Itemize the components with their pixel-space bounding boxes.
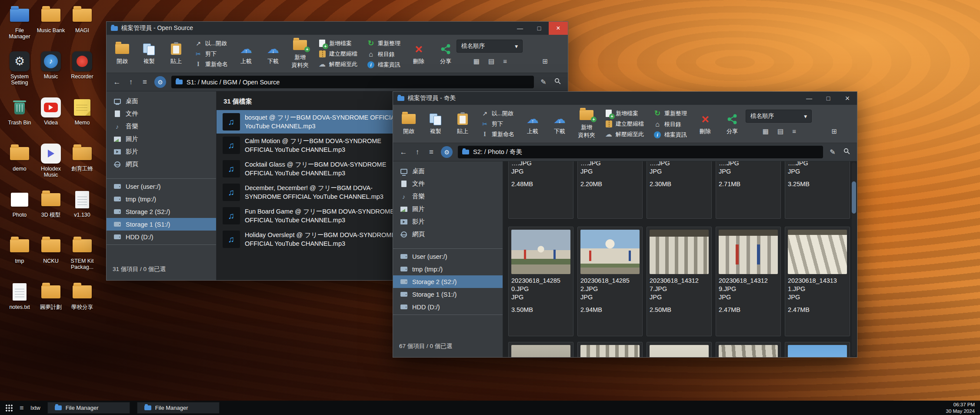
sidebar-item-videos[interactable]: 影片 [107, 145, 216, 158]
settings-gear-button[interactable]: ⚙ [441, 146, 453, 158]
file-cell[interactable]: ….JPGJPG3.25MB [785, 161, 850, 219]
desktop-icon-v1130[interactable]: v1.130 [67, 190, 97, 236]
desktop-icon-recorder[interactable]: Recorder [67, 51, 97, 97]
scrollbar-thumb[interactable] [852, 181, 856, 214]
sidebar-item-storage2-drive[interactable]: Storage 2 (S2:/) [393, 275, 503, 288]
file-cell[interactable] [577, 342, 643, 357]
app-launcher-icon[interactable] [5, 404, 13, 412]
new-file-button[interactable]: +新增檔案 [605, 110, 644, 117]
desktop-icon-music-bank[interactable]: Music Bank [36, 5, 66, 51]
desktop-icon-tmp[interactable]: tmp [4, 236, 35, 282]
desktop-icon-ncku[interactable]: NCKU [36, 236, 66, 282]
new-folder-button[interactable]: +新增資料夾 [578, 109, 595, 139]
minimize-button[interactable]: — [510, 22, 530, 35]
sidebar-item-web[interactable]: 網頁 [393, 228, 503, 241]
file-cell[interactable]: 20230618_143131.JPGJPG2.47MB [785, 227, 850, 336]
file-cell[interactable]: ….JPGJPG2.20MB [577, 161, 643, 219]
search-button[interactable] [553, 77, 562, 87]
edit-path-button[interactable]: ✎ [828, 148, 837, 156]
titlebar[interactable]: 檔案管理員 - 奇美 — □ × [393, 92, 857, 105]
menu-button[interactable]: ≡ [427, 148, 436, 157]
open-with-button[interactable]: ↗以...開啟 [481, 110, 514, 117]
sidebar-item-tmp-drive[interactable]: tmp (tmp:/) [107, 193, 216, 205]
rename-button[interactable]: I重新命名 [194, 60, 228, 68]
extract-here-button[interactable]: ☁解壓縮至此 [318, 60, 357, 68]
file-info-button[interactable]: i檔案資訊 [367, 61, 400, 69]
paste-button[interactable]: 貼上 [167, 43, 185, 65]
download-button[interactable]: ☁↓下載 [264, 43, 282, 65]
titlebar[interactable]: 檔案管理員 - Open Source — □ × [107, 22, 568, 35]
refresh-button[interactable]: ↻重新整理 [653, 109, 687, 118]
taskbar-menu-icon[interactable]: ≡ [20, 404, 23, 412]
minimize-button[interactable]: — [800, 92, 819, 105]
copy-button[interactable]: 複製 [140, 43, 158, 65]
desktop-icon-file-manager[interactable]: File Manager [4, 5, 35, 51]
desktop-icon-music[interactable]: ♪Music [36, 51, 66, 97]
desktop-icon-holodex-music[interactable]: Holodex Music [36, 144, 66, 190]
view-columns-button[interactable]: ⊞ [542, 57, 548, 65]
cut-button[interactable]: ✂剪下 [481, 120, 514, 128]
sidebar-item-desktop[interactable]: 桌面 [393, 165, 503, 177]
desktop-icon-magi[interactable]: MAGI [67, 5, 97, 51]
view-grid-button[interactable]: ▦ [473, 57, 480, 65]
desktop-icon-demo[interactable]: demo [4, 144, 35, 190]
view-columns-button[interactable]: ⊞ [831, 127, 837, 135]
sidebar-item-music[interactable]: ♪音樂 [107, 120, 216, 133]
desktop-icon-school-share[interactable]: 學校分享 [67, 282, 97, 328]
sidebar-item-storage1-drive[interactable]: Storage 1 (S1:/) [393, 288, 503, 301]
sidebar-item-web[interactable]: 網頁 [107, 158, 216, 171]
new-file-button[interactable]: +新增檔案 [318, 40, 357, 47]
open-button[interactable]: 開啟 [113, 43, 131, 65]
extract-here-button[interactable]: ☁解壓縮至此 [605, 131, 644, 138]
input-method-indicator[interactable]: lxtw [30, 405, 40, 411]
up-button[interactable]: ↑ [127, 78, 135, 87]
upload-button[interactable]: ☁↑上載 [237, 43, 255, 65]
taskbar-app-file-manager-2[interactable]: File Manager [137, 402, 220, 414]
file-cell[interactable] [647, 342, 712, 357]
share-button[interactable]: 分享 [437, 43, 454, 65]
file-cell[interactable]: 20230618_142850.JPGJPG3.50MB [508, 227, 573, 336]
file-cell[interactable] [716, 342, 781, 357]
scrollbar[interactable] [852, 162, 856, 356]
desktop-icon-notes-txt[interactable]: notes.txt [4, 282, 35, 328]
open-button[interactable]: 開啟 [400, 113, 417, 135]
desktop-icon-videa[interactable]: Videa [36, 97, 66, 144]
file-cell[interactable] [785, 342, 850, 357]
file-cell[interactable]: 20230618_142852.JPGJPG2.94MB [577, 227, 643, 336]
edit-path-button[interactable]: ✎ [539, 78, 548, 86]
root-button[interactable]: ⌂根目錄 [367, 50, 400, 58]
sidebar-item-videos[interactable]: 影片 [393, 215, 503, 228]
new-folder-button[interactable]: +新增資料夾 [291, 39, 309, 69]
upload-button[interactable]: ☁↑上載 [524, 113, 541, 135]
view-grid-button[interactable]: ▦ [763, 127, 769, 135]
root-button[interactable]: ⌂根目錄 [653, 120, 687, 128]
desktop-icon-photo[interactable]: Photo [4, 190, 35, 236]
sidebar-item-user-drive[interactable]: User (user:/) [393, 250, 503, 263]
close-button[interactable]: × [838, 92, 857, 105]
up-button[interactable]: ↑ [413, 148, 422, 157]
refresh-button[interactable]: ↻重新整理 [367, 39, 400, 48]
create-archive-button[interactable]: 建立壓縮檔 [605, 120, 644, 128]
cut-button[interactable]: ✂剪下 [194, 50, 228, 58]
view-list-button[interactable]: ▤ [488, 57, 494, 65]
sidebar-item-pictures[interactable]: 圖片 [107, 133, 216, 145]
path-input[interactable]: S1: / Music / BGM / Open Source [171, 76, 534, 88]
create-archive-button[interactable]: 建立壓縮檔 [318, 50, 357, 58]
maximize-button[interactable]: □ [530, 22, 549, 35]
file-cell[interactable]: 20230618_143127.JPGJPG2.50MB [647, 227, 712, 336]
sort-dropdown[interactable]: 檔名順序▾ [746, 110, 812, 123]
file-cell[interactable]: 20230618_143129.JPGJPG2.47MB [716, 227, 781, 336]
sidebar-item-hdd-drive[interactable]: HDD (D:/) [393, 301, 503, 313]
desktop-icon-dream-plan[interactable]: 圓夢計劃 [36, 282, 66, 328]
desktop-icon-system-setting[interactable]: ⚙System Setting [4, 51, 35, 97]
file-info-button[interactable]: i檔案資訊 [653, 131, 687, 139]
close-button[interactable]: × [549, 22, 568, 35]
sidebar-item-documents[interactable]: 文件 [393, 177, 503, 190]
download-button[interactable]: ☁↓下載 [551, 113, 568, 135]
back-button[interactable]: ← [113, 78, 121, 87]
search-button[interactable] [842, 147, 851, 157]
maximize-button[interactable]: □ [819, 92, 838, 105]
clock[interactable]: 06:37 PM 30 May 2024 [946, 402, 975, 415]
desktop-icon-3d-model[interactable]: 3D 模型 [36, 190, 66, 236]
sidebar-item-storage1-drive[interactable]: Storage 1 (S1:/) [107, 218, 216, 231]
